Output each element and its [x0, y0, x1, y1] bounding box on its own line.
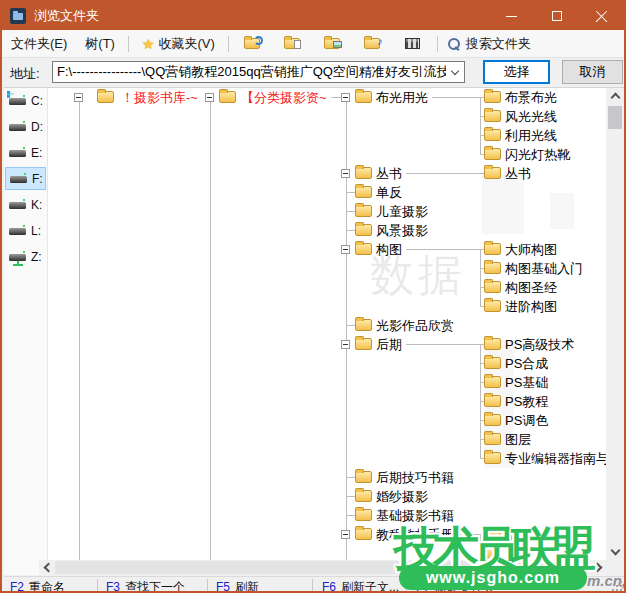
- status-label: 查找下一个: [125, 580, 185, 593]
- minimize-button[interactable]: [489, 2, 534, 30]
- folder-icon: [355, 471, 372, 483]
- tree-line: [432, 97, 481, 98]
- tree-item-label[interactable]: 风景摄影: [376, 221, 428, 240]
- tree-item-label[interactable]: 丛书: [505, 164, 531, 183]
- pictures-folder-icon[interactable]: [323, 35, 343, 52]
- cancel-button[interactable]: 取消: [562, 60, 623, 84]
- folder-icon: [355, 338, 372, 350]
- tree-item-label[interactable]: 利用光线: [505, 126, 557, 145]
- menu-folder[interactable]: 文件夹(E): [2, 30, 76, 57]
- status-separator: [207, 579, 208, 592]
- window-title: 浏览文件夹: [34, 7, 99, 25]
- tree-expand-box[interactable]: [205, 93, 214, 102]
- drive-label: Z:: [31, 250, 42, 264]
- tree-expand-box[interactable]: [341, 169, 350, 178]
- tree-line: [406, 344, 481, 345]
- drive-icon: [9, 171, 29, 187]
- tree-item-label[interactable]: PS合成: [505, 354, 548, 373]
- tree-item-label[interactable]: 丛书: [376, 164, 402, 183]
- status-item-f2[interactable]: F2重命名: [10, 579, 65, 593]
- tree-item-label[interactable]: 闪光灯热靴: [505, 145, 570, 164]
- drive-item-F[interactable]: F:: [5, 167, 46, 190]
- tree-item-label[interactable]: 后期: [376, 335, 402, 354]
- drive-label: F:: [32, 172, 43, 186]
- tree-item-label[interactable]: 构图基础入门: [505, 259, 583, 278]
- tree-item-label[interactable]: 婚纱摄影: [376, 487, 428, 506]
- drive-slab: [9, 202, 26, 209]
- tree-item-label[interactable]: 布景布光: [505, 88, 557, 107]
- tree-item-label[interactable]: 图层: [505, 430, 531, 449]
- folder-icon: [355, 167, 372, 179]
- drive-icon: [8, 145, 28, 161]
- drive-item-E[interactable]: E:: [5, 141, 46, 164]
- folder-icon: [355, 509, 372, 521]
- drive-label: D:: [31, 120, 43, 134]
- fkey-label: F2: [10, 580, 24, 593]
- maximize-button[interactable]: [534, 2, 579, 30]
- folder-icon: [355, 490, 372, 502]
- status-item-f5[interactable]: F5刷新: [216, 579, 259, 593]
- folder-icon: [355, 319, 372, 331]
- tree-item-label[interactable]: 大师构图: [505, 240, 557, 259]
- tree-item-label[interactable]: 后期技巧书籍: [376, 468, 454, 487]
- drive-item-C[interactable]: C:: [5, 89, 46, 112]
- tree-item-label[interactable]: 风光光线: [505, 107, 557, 126]
- tree-expand-box[interactable]: [341, 93, 350, 102]
- menu-favorites[interactable]: ★ 收藏夹(V): [133, 30, 224, 57]
- close-button[interactable]: [579, 2, 624, 30]
- scroll-down-button[interactable]: [606, 544, 624, 560]
- tree-item-label[interactable]: 布光用光: [376, 88, 428, 107]
- fkey-label: F5: [216, 580, 230, 593]
- tree-item-label[interactable]: 【分类摄影资~: [241, 88, 327, 107]
- documents-folder-icon[interactable]: [283, 35, 303, 52]
- tree-item-label[interactable]: 构图: [376, 240, 402, 259]
- drive-item-D[interactable]: D:: [5, 115, 46, 138]
- drive-led: [23, 199, 25, 201]
- folder-icon: [484, 452, 501, 464]
- folder-icon: [484, 357, 501, 369]
- music-folder-icon[interactable]: ♪: [363, 35, 383, 52]
- scroll-up-button[interactable]: [606, 88, 624, 104]
- folder-icon: [484, 433, 501, 445]
- videos-folder-icon[interactable]: [403, 35, 423, 52]
- tree-item-label[interactable]: 构图圣经: [505, 278, 557, 297]
- status-item-f3[interactable]: F3查找下一个: [106, 579, 185, 593]
- status-item-f6[interactable]: F6刷新子文...: [322, 579, 399, 593]
- scroll-left-button[interactable]: [39, 560, 54, 575]
- vertical-scroll-thumb[interactable]: [608, 106, 622, 129]
- drive-led: [23, 95, 25, 97]
- browse-folder-dialog: 浏览文件夹 文件夹(E) 树(T) ★ 收藏夹(V) ♪ 搜索文件夹 地址: F…: [0, 0, 626, 593]
- tree-item-label[interactable]: PS高级技术: [505, 335, 574, 354]
- close-icon: [595, 10, 608, 23]
- tree-item-label[interactable]: 儿童摄影: [376, 202, 428, 221]
- network-icon: [13, 264, 23, 266]
- tree-expand-box[interactable]: [341, 245, 350, 254]
- folder-icon: [219, 91, 236, 103]
- folder-tree: 数据 ！摄影书库-~【分类摄影资~布光用光布景布光风光光线利用光线闪光灯热靴丛书…: [48, 88, 606, 560]
- folder-icon: [484, 110, 501, 122]
- menu-favorites-label: 收藏夹(V): [159, 35, 215, 53]
- tree-expand-box[interactable]: [74, 93, 83, 102]
- tree-expand-box[interactable]: [341, 530, 350, 539]
- tree-item-label[interactable]: 专业编辑器指南与手: [505, 449, 606, 468]
- address-dropdown-button[interactable]: [446, 62, 464, 82]
- resize-grip[interactable]: [610, 579, 624, 593]
- drive-item-L[interactable]: L:: [5, 219, 46, 242]
- drive-item-Z[interactable]: Z:: [5, 245, 46, 268]
- tree-expand-box[interactable]: [341, 340, 350, 349]
- tree-item-label[interactable]: 进阶构图: [505, 297, 557, 316]
- select-button[interactable]: 选择: [483, 60, 550, 84]
- address-combobox[interactable]: F:\----------------\QQ营销教程2015qq营销推广QQ空间…: [52, 61, 465, 83]
- menu-tree[interactable]: 树(T): [76, 30, 124, 57]
- tree-item-label[interactable]: ！摄影书库-~: [121, 88, 198, 107]
- tree-item-label[interactable]: 光影作品欣赏: [376, 316, 454, 335]
- tree-item-label[interactable]: 单反: [376, 183, 402, 202]
- drive-panel: C:D:E:F:K:L:Z:: [4, 88, 48, 575]
- drive-item-K[interactable]: K:: [5, 193, 46, 216]
- tree-item-label[interactable]: PS教程: [505, 392, 548, 411]
- web-folder-icon[interactable]: [243, 35, 263, 52]
- tree-item-label[interactable]: PS调色: [505, 411, 548, 430]
- search-folders[interactable]: 搜索文件夹: [442, 35, 537, 53]
- vertical-scrollbar[interactable]: [606, 88, 624, 560]
- tree-item-label[interactable]: PS基础: [505, 373, 548, 392]
